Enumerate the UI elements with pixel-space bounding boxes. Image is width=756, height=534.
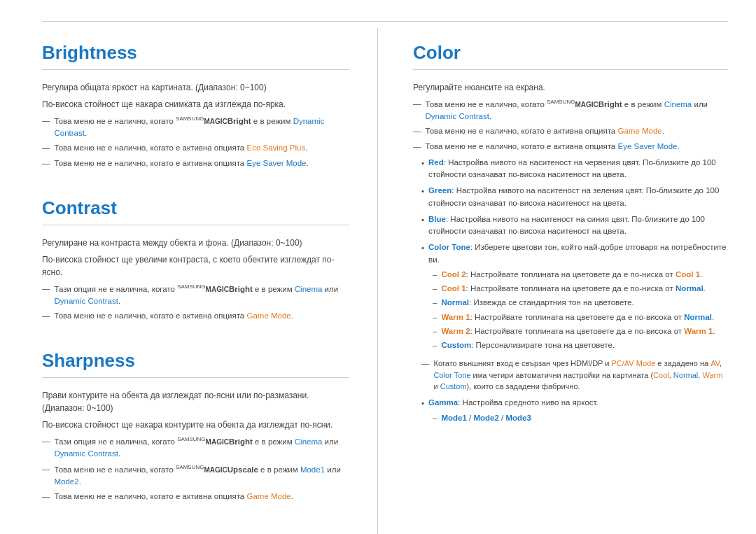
note-dash: —	[42, 115, 50, 127]
cinema-link: Cinema	[295, 285, 323, 293]
color-bullets: • Red: Настройва нивото на наситеност на…	[421, 157, 728, 427]
brightness-note1: — Това меню не е налично, когато SAMSUNG…	[42, 115, 349, 139]
normal-ref: Normal	[676, 284, 704, 293]
sharpness-title: Sharpness	[42, 350, 349, 378]
note-dash: —	[42, 435, 50, 447]
note-dash: —	[42, 142, 50, 154]
av-mode-note: — Когато външният вход е свързан чрез HD…	[421, 358, 728, 393]
bullet-dot: •	[421, 242, 424, 254]
mode1-label: Mode1	[441, 414, 466, 422]
cool1-item: – Cool 1: Настройвате топлината на цвето…	[433, 283, 715, 295]
sharpness-note1: — Тази опция не е налична, когато SAMSUN…	[42, 435, 349, 460]
sub-dash: –	[433, 311, 437, 323]
bullet-green: • Green: Настройва нивото на наситеност …	[421, 185, 728, 209]
note-dash: —	[413, 125, 421, 137]
color-section: Color Регулирайте нюансите на екрана. — …	[413, 42, 728, 426]
contrast-text2: По-висока стойност ще увеличи контраста,…	[42, 253, 349, 279]
eye-saver-link: Eye Saver Mode	[246, 159, 306, 167]
right-column: Color Регулирайте нюансите на екрана. — …	[378, 28, 756, 534]
note-dash: —	[413, 98, 421, 110]
cool1-label: Cool 1	[441, 284, 465, 293]
color-title: Color	[413, 42, 728, 70]
sharpness-section: Sharpness Прави контурите на обекта да и…	[42, 350, 349, 503]
note-dash: —	[421, 358, 430, 370]
red-label: Red	[428, 158, 444, 167]
cool-link: Cool	[653, 371, 669, 379]
contrast-note2: — Това меню не е налично, когато е актив…	[42, 310, 349, 322]
sub-dash: –	[433, 269, 437, 281]
color-text1: Регулирайте нюансите на екрана.	[413, 81, 728, 94]
sharpness-text1: Прави контурите на обекта да изглеждат п…	[42, 389, 349, 414]
blue-label: Blue	[428, 215, 446, 223]
dynamic-contrast-link4: Dynamic Contrast	[426, 112, 489, 120]
magic-bright-badge2: SAMSUNGMAGICBright	[177, 285, 253, 293]
warm1-label: Warm 1	[441, 313, 470, 321]
brightness-note2: — Това меню не е налично, когато е актив…	[42, 142, 349, 154]
mode-item: – Mode1 / Mode2 / Mode3	[433, 412, 531, 424]
contrast-title: Contrast	[42, 197, 349, 225]
warm-link: Warm	[702, 371, 722, 379]
color-note2: — Това меню не е налично, когато е актив…	[413, 125, 728, 137]
cinema-link3: Cinema	[664, 100, 692, 108]
game-mode-link: Game Mode	[246, 311, 290, 320]
brightness-section: Brightness Регулира общата яркост на кар…	[42, 42, 349, 169]
note-dash: —	[42, 283, 50, 295]
eco-saving-link: Eco Saving Plus	[246, 143, 305, 152]
warm2-item: – Warm 2: Настройвате топлината на цвето…	[433, 325, 715, 337]
normal-label: Normal	[441, 298, 469, 307]
dynamic-contrast-link2: Dynamic Contrast	[55, 297, 118, 305]
normal-ref2: Normal	[684, 313, 712, 321]
cool2-item: – Cool 2: Настройвате топлината на цвето…	[433, 269, 715, 281]
mode2-link: Mode2	[55, 477, 79, 486]
bullet-blue: • Blue: Настройва нивото на наситеност н…	[421, 213, 728, 238]
eye-saver-link2: Eye Saver Mode	[617, 142, 677, 150]
color-tone-link: Color Tone	[434, 371, 471, 379]
sharpness-note3: — Това меню не е налично, когато е актив…	[42, 491, 349, 503]
warm1-ref: Warm 1	[684, 327, 713, 335]
cool2-label: Cool 2	[441, 270, 465, 279]
custom-item: – Custom: Персонализирате тона на цветов…	[433, 339, 715, 351]
mode2-label: Mode2	[473, 414, 498, 422]
gamma-subitems: – Mode1 / Mode2 / Mode3	[433, 412, 531, 426]
bullet-dot: •	[421, 214, 424, 226]
color-tone-label: Color Tone	[428, 243, 470, 251]
warm1-item: – Warm 1: Настройвате топлината на цвето…	[433, 311, 715, 323]
custom-label: Custom	[441, 341, 471, 349]
sub-dash: –	[433, 412, 437, 424]
sharpness-note2: — Това меню не е налично, когато SAMSUNG…	[42, 463, 349, 488]
note-dash: —	[413, 141, 421, 153]
brightness-text2: По-висока стойност ще накара снимката да…	[42, 98, 349, 111]
bullet-dot: •	[421, 157, 424, 169]
color-note3: — Това меню не е налично, когато е актив…	[413, 141, 728, 153]
bullet-gamma: • Gamma: Настройва средното ниво на ярко…	[421, 397, 728, 427]
note-dash: —	[42, 491, 50, 503]
brightness-note3: — Това меню не е налично, когато е актив…	[42, 157, 349, 169]
bullet-dot: •	[421, 398, 424, 409]
sub-dash: –	[433, 297, 437, 309]
normal-link: Normal	[673, 371, 698, 379]
left-column: Brightness Регулира общата яркост на кар…	[0, 28, 378, 534]
note-dash: —	[42, 310, 50, 322]
magic-bright-badge3: SAMSUNGMAGICBright	[177, 437, 253, 446]
normal-item: – Normal: Извежда се стандартния тон на …	[433, 297, 715, 309]
magic-bright-badge: SAMSUNGMAGICBright	[176, 117, 251, 125]
cinema-link2: Cinema	[295, 437, 323, 446]
contrast-text1: Регулиране на контраста между обекта и ф…	[42, 237, 349, 249]
av-link: AV	[710, 359, 720, 367]
sub-dash: –	[433, 283, 437, 295]
sub-dash: –	[433, 339, 437, 351]
bullet-color-tone: • Color Tone: Изберете цветови тон, койт…	[421, 241, 728, 353]
note-dash: —	[42, 157, 50, 169]
mode3-label: Mode3	[505, 414, 531, 422]
green-label: Green	[428, 186, 451, 195]
game-mode-link2: Game Mode	[246, 492, 290, 500]
game-mode-link3: Game Mode	[617, 127, 662, 135]
note-dash: —	[42, 463, 50, 475]
magic-upscale-badge: SAMSUNGMAGICUpscale	[176, 465, 258, 474]
sub-dash: –	[433, 325, 437, 337]
color-tone-subitems: – Cool 2: Настройвате топлината на цвето…	[433, 269, 715, 354]
sharpness-text2: По-висока стойност ще накара контурите н…	[42, 419, 349, 431]
dynamic-contrast-link3: Dynamic Contrast	[55, 449, 118, 458]
warm2-label: Warm 2	[441, 327, 470, 335]
contrast-note1: — Тази опция не е налична, когато SAMSUN…	[42, 283, 349, 307]
